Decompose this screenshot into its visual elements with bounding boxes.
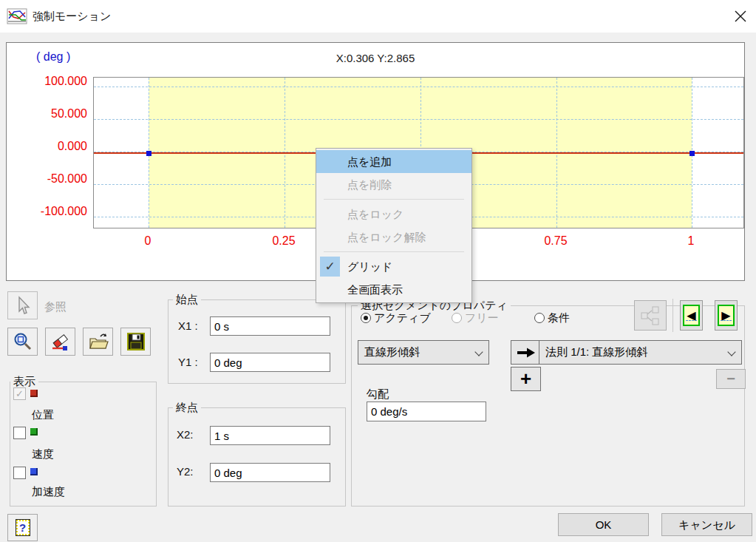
display-group: 表示 ✓ 位置 速度 加速度	[10, 382, 157, 507]
check-icon: ✓	[320, 257, 340, 277]
x1-input[interactable]	[210, 316, 330, 336]
x2-label: X2:	[177, 428, 194, 441]
floppy-disk-icon	[126, 332, 146, 351]
menu-item-fullscreen[interactable]: 全画面表示	[316, 278, 471, 301]
title-bar: 強制モーション	[0, 0, 756, 33]
x2-input[interactable]	[210, 426, 330, 445]
next-law-icon: ▶	[718, 305, 735, 326]
y-tick: 100.000	[10, 75, 87, 88]
active-radio-label[interactable]: アクティブ	[374, 311, 431, 325]
distribute-icon	[641, 306, 660, 325]
acceleration-checkbox[interactable]	[13, 467, 26, 479]
menu-separator	[324, 199, 464, 200]
curve-point-end[interactable]	[689, 151, 695, 156]
y2-input[interactable]	[210, 463, 330, 482]
forced-motion-dialog: 強制モーション ( deg ) X:0.306 Y:2.865 100.000	[0, 0, 756, 542]
magnifier-icon	[13, 332, 33, 351]
x-tick: 0	[145, 234, 151, 248]
distribute-points-button	[634, 300, 667, 331]
y-tick: 0.000	[10, 140, 87, 153]
chevron-down-icon	[727, 348, 735, 356]
x-tick: 0.25	[272, 234, 295, 248]
help-icon: ?	[16, 519, 30, 536]
y2-label: Y2:	[177, 465, 194, 478]
law-type-select[interactable]: 直線形傾斜	[358, 340, 489, 365]
button-divider	[672, 299, 673, 332]
context-menu: 点を追加 点を削除 点をロック 点をロック解除 ✓グリッド 全画面表示	[316, 148, 472, 303]
velocity-label: 速度	[32, 447, 54, 461]
applied-law-value: 法則 1/1: 直線形傾斜	[545, 345, 647, 359]
slope-label: 勾配	[367, 387, 389, 402]
position-checkbox[interactable]: ✓	[13, 387, 26, 400]
menu-item-lock-point: 点をロック	[316, 203, 471, 226]
y1-input[interactable]	[210, 353, 330, 372]
position-label: 位置	[32, 408, 54, 422]
chevron-down-icon	[474, 348, 483, 356]
previous-law-button[interactable]: ◀	[680, 300, 703, 331]
right-arrow-icon	[517, 346, 536, 359]
y-tick: -50.000	[10, 172, 87, 186]
eraser-icon	[50, 331, 71, 352]
start-point-group: 始点 X1 : Y1 :	[168, 299, 346, 384]
erase-button[interactable]	[45, 328, 75, 356]
prev-law-icon: ◀	[683, 305, 700, 326]
remove-law-button: −	[716, 369, 746, 389]
gridline-h	[94, 87, 743, 87]
menu-item-grid-label: グリッド	[347, 260, 392, 273]
select-mode-button	[7, 291, 38, 319]
ok-button[interactable]: OK	[558, 513, 649, 536]
y-tick: 50.000	[10, 107, 87, 121]
open-folder-icon	[88, 332, 109, 351]
position-color-swatch	[30, 390, 38, 397]
condition-radio[interactable]	[534, 313, 545, 323]
active-radio[interactable]	[361, 313, 371, 323]
menu-separator	[324, 251, 464, 252]
apply-law-button[interactable]	[511, 340, 541, 365]
add-law-button[interactable]: +	[511, 367, 541, 391]
zoom-button[interactable]	[7, 328, 38, 356]
y1-label: Y1 :	[178, 356, 198, 368]
law-type-value: 直線形傾斜	[364, 345, 420, 359]
window-title: 強制モーション	[33, 10, 111, 24]
applied-law-select[interactable]: 法則 1/1: 直線形傾斜	[539, 340, 742, 365]
acceleration-label: 加速度	[32, 485, 65, 499]
velocity-color-swatch	[30, 428, 38, 436]
velocity-checkbox[interactable]	[13, 427, 26, 439]
x-tick: 0.75	[544, 234, 567, 248]
menu-item-add-point[interactable]: 点を追加	[316, 150, 471, 173]
end-point-title: 終点	[173, 401, 201, 415]
menu-item-grid[interactable]: ✓グリッド	[316, 255, 471, 278]
cancel-button[interactable]: キャンセル	[661, 513, 752, 536]
free-radio	[452, 313, 462, 323]
next-law-button[interactable]: ▶	[715, 300, 738, 331]
close-icon[interactable]	[733, 9, 748, 24]
free-radio-label: フリー	[465, 311, 499, 325]
gridline-h	[94, 119, 743, 120]
start-point-title: 始点	[173, 293, 201, 307]
help-button[interactable]: ?	[7, 514, 38, 541]
app-chart-icon	[7, 8, 27, 24]
reference-label: 参照	[44, 300, 67, 314]
x1-label: X1 :	[178, 319, 198, 332]
segment-properties-group: 選択セグメントのプロパティ アクティブ フリー 条件 直線形傾斜 法則 1/1:…	[351, 305, 745, 507]
curve-point-start[interactable]	[146, 151, 151, 156]
y-tick: -100.000	[10, 205, 87, 218]
end-point-group: 終点 X2: Y2:	[168, 407, 346, 507]
save-button[interactable]	[120, 328, 151, 356]
x-tick: 1	[688, 234, 695, 248]
menu-item-delete-point: 点を削除	[316, 173, 471, 196]
menu-item-unlock-point: 点をロック解除	[316, 226, 471, 248]
acceleration-color-swatch	[30, 468, 38, 475]
cursor-arrow-icon	[14, 296, 32, 315]
open-file-button[interactable]	[83, 328, 113, 356]
slope-input[interactable]	[367, 402, 486, 421]
condition-radio-label[interactable]: 条件	[548, 311, 570, 325]
cursor-coordinate-readout: X:0.306 Y:2.865	[7, 52, 744, 64]
